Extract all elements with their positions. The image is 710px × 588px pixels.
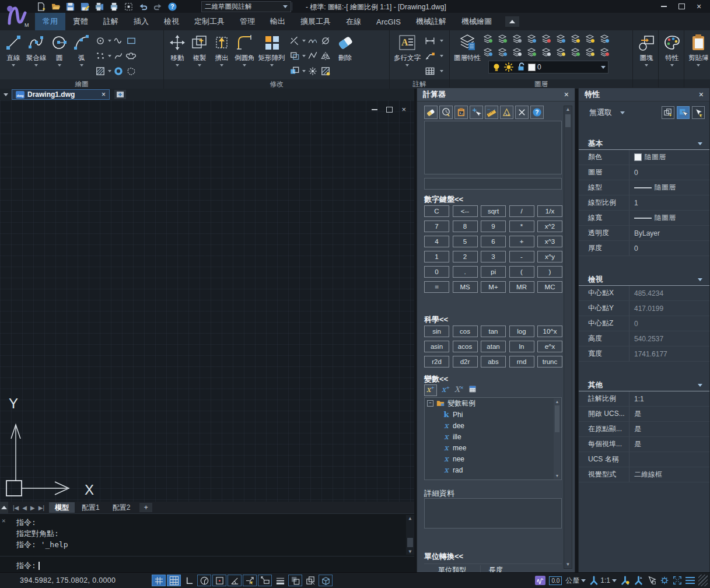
revcloud-icon[interactable]: [126, 51, 137, 61]
variable-row[interactable]: xvee: [425, 475, 561, 480]
explode-icon[interactable]: [307, 66, 318, 76]
property-row[interactable]: 每個視埠...是: [579, 437, 709, 452]
variable-row[interactable]: xdee: [425, 420, 561, 431]
property-value[interactable]: 隨圖層: [629, 211, 709, 225]
layer-tool-icon[interactable]: [585, 47, 595, 57]
save-icon[interactable]: [65, 2, 75, 11]
copy-nested-icon[interactable]: [289, 66, 300, 76]
chevron-down-icon[interactable]: [302, 40, 306, 42]
resize-grip[interactable]: [698, 575, 708, 586]
numpad-key[interactable]: MS: [453, 281, 478, 293]
plot-preview-icon[interactable]: [95, 2, 104, 11]
circle-tools-icon[interactable]: [95, 36, 106, 46]
chevron-down-icon[interactable]: [440, 55, 443, 57]
property-value[interactable]: 0: [629, 316, 709, 331]
numpad-key[interactable]: 6: [481, 236, 506, 247]
property-row[interactable]: 圖層0: [579, 165, 709, 180]
leader-icon[interactable]: [425, 51, 435, 61]
move-button[interactable]: 移動: [166, 32, 188, 78]
ribbon-tab-8[interactable]: 擴展工具: [293, 13, 338, 30]
undo-icon[interactable]: [138, 2, 148, 11]
numpad-key[interactable]: 1/x: [537, 205, 562, 217]
selection-box-icon[interactable]: [124, 2, 134, 11]
layer-tool-icon[interactable]: [585, 33, 595, 44]
variable-row[interactable]: kPhi: [425, 409, 561, 420]
pickadd-toggle-icon[interactable]: [677, 106, 690, 119]
numpad-key[interactable]: 2: [453, 251, 478, 262]
annotation-scale-selector[interactable]: 1:1: [589, 576, 617, 585]
precision-display[interactable]: 0.0: [549, 576, 562, 585]
ribbon-tab-6[interactable]: 管理: [232, 13, 263, 30]
close-document-icon[interactable]: ×: [102, 90, 106, 99]
transparency-icon[interactable]: [288, 575, 302, 586]
intersection-icon[interactable]: [515, 106, 529, 119]
quick-properties-icon[interactable]: [647, 576, 656, 585]
variables-tree[interactable]: −變數範例kPhixdeexillexmeexneexradxvee ▲▼: [424, 397, 562, 480]
variables-scrollbar[interactable]: ▲▼: [554, 398, 561, 479]
command-line-panel[interactable]: ✕ 指令:指定對角點:指令: '_help ▲▼ 指令:: [0, 513, 414, 573]
property-row[interactable]: UCS 名稱: [579, 452, 709, 467]
object-tracking-icon[interactable]: [243, 575, 257, 586]
units-header[interactable]: 單位轉換<<: [424, 551, 463, 562]
property-row[interactable]: 顏色隨圖層: [579, 150, 709, 165]
chevron-down-icon[interactable]: [302, 70, 306, 72]
variable-row[interactable]: xrad: [425, 464, 561, 475]
property-row[interactable]: 中心點Z0: [579, 316, 709, 331]
stretch-button[interactable]: 擠出: [211, 32, 233, 78]
unit-selector[interactable]: 公釐: [565, 576, 586, 586]
chevron-down-icon[interactable]: [108, 40, 111, 42]
grid-icon[interactable]: [152, 575, 166, 586]
ribbon-tab-1[interactable]: 實體: [65, 13, 96, 30]
scientific-key[interactable]: sin: [424, 326, 449, 337]
chevron-down-icon[interactable]: [302, 55, 306, 57]
history-icon[interactable]: [439, 106, 453, 119]
revision-wave-icon[interactable]: [113, 36, 124, 46]
property-value[interactable]: 是: [629, 422, 709, 436]
hatch-icon[interactable]: [95, 66, 106, 76]
group-label-draw[interactable]: 繪圖: [0, 79, 163, 89]
variable-folder-row[interactable]: −變數範例: [425, 398, 561, 409]
print-icon[interactable]: [109, 2, 119, 11]
wipeout-icon[interactable]: [126, 66, 137, 76]
layer-properties-button[interactable]: 圖層特性: [452, 32, 482, 78]
app-logo-icon[interactable]: M: [4, 1, 32, 29]
numpad-key[interactable]: 5: [453, 236, 478, 247]
doc-close-icon[interactable]: ×: [401, 105, 406, 114]
numpad-key[interactable]: /: [509, 205, 534, 217]
fullscreen-icon[interactable]: [673, 576, 682, 585]
annotation-visibility-icon[interactable]: [620, 576, 630, 585]
doc-restore-icon[interactable]: [386, 107, 393, 113]
numpad-key[interactable]: sqrt: [481, 205, 506, 217]
property-row[interactable]: 中心點X485.4234: [579, 286, 709, 301]
property-value[interactable]: 0: [629, 241, 709, 256]
numpad-key[interactable]: -: [509, 251, 534, 262]
redo-icon[interactable]: [153, 2, 163, 11]
numpad-key[interactable]: 9: [481, 220, 506, 232]
get-coordinates-icon[interactable]: [470, 106, 483, 119]
layer-tool-icon[interactable]: [541, 47, 551, 57]
layer-tool-icon[interactable]: [497, 33, 508, 44]
chevron-down-icon[interactable]: [108, 70, 111, 72]
ribbon-tab-11[interactable]: 機械註解: [408, 13, 454, 30]
point-tools-icon[interactable]: [95, 51, 106, 61]
spline-icon[interactable]: [113, 51, 124, 61]
lineweight-icon[interactable]: [273, 575, 287, 586]
open-file-icon[interactable]: [51, 2, 61, 11]
property-value[interactable]: 隨圖層: [629, 180, 709, 195]
calculator-scrollbar[interactable]: ▲▼: [564, 106, 572, 569]
layer-tool-icon[interactable]: [555, 33, 566, 44]
new-layout-button[interactable]: +: [139, 503, 152, 512]
polyline-button[interactable]: 聚合線: [25, 32, 48, 78]
numpad-key[interactable]: 0: [424, 266, 449, 278]
numpad-key[interactable]: x^y: [537, 251, 562, 262]
layer-tool-icon[interactable]: [526, 33, 537, 44]
minimize-button[interactable]: [655, 0, 673, 13]
property-value[interactable]: 485.4234: [629, 286, 709, 300]
variable-row[interactable]: xille: [425, 431, 561, 442]
scientific-header[interactable]: 科學<<: [424, 314, 448, 325]
property-row[interactable]: 開啟 UCS...是: [579, 407, 709, 422]
snap-icon[interactable]: [167, 575, 181, 586]
property-value[interactable]: 0: [629, 165, 709, 180]
close-command-icon[interactable]: ✕: [2, 517, 6, 524]
rectangle-edit-icon[interactable]: [289, 51, 300, 61]
